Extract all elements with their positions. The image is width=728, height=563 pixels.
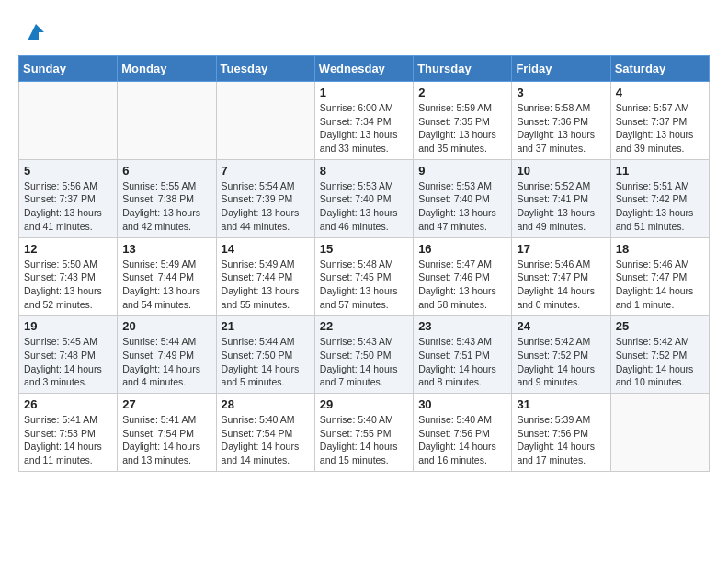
calendar-cell: 6Sunrise: 5:55 AM Sunset: 7:38 PM Daylig… bbox=[118, 159, 216, 237]
day-number: 16 bbox=[418, 242, 506, 256]
calendar-cell: 1Sunrise: 6:00 AM Sunset: 7:34 PM Daylig… bbox=[314, 82, 413, 160]
calendar-cell: 20Sunrise: 5:44 AM Sunset: 7:49 PM Dayli… bbox=[118, 316, 216, 394]
day-number: 21 bbox=[222, 319, 310, 333]
day-number: 7 bbox=[222, 164, 310, 178]
weekday-header: Monday bbox=[118, 56, 216, 82]
calendar-week-row: 1Sunrise: 6:00 AM Sunset: 7:34 PM Daylig… bbox=[19, 82, 710, 160]
day-number: 13 bbox=[122, 242, 210, 256]
calendar-cell: 30Sunrise: 5:40 AM Sunset: 7:56 PM Dayli… bbox=[414, 394, 512, 472]
calendar-cell: 21Sunrise: 5:44 AM Sunset: 7:50 PM Dayli… bbox=[216, 316, 314, 394]
day-number: 24 bbox=[517, 319, 605, 333]
day-number: 18 bbox=[616, 242, 704, 256]
logo-icon bbox=[22, 18, 50, 46]
weekday-header: Sunday bbox=[19, 56, 118, 82]
calendar-cell: 24Sunrise: 5:42 AM Sunset: 7:52 PM Dayli… bbox=[512, 316, 610, 394]
day-number: 30 bbox=[418, 397, 506, 411]
day-number: 1 bbox=[320, 86, 408, 99]
day-number: 11 bbox=[616, 164, 704, 178]
day-number: 8 bbox=[320, 164, 408, 178]
day-info: Sunrise: 5:49 AM Sunset: 7:44 PM Dayligh… bbox=[122, 258, 210, 312]
day-number: 27 bbox=[122, 397, 210, 411]
svg-marker-0 bbox=[28, 24, 44, 40]
day-number: 26 bbox=[24, 397, 112, 411]
calendar-cell: 26Sunrise: 5:41 AM Sunset: 7:53 PM Dayli… bbox=[19, 394, 118, 472]
calendar-cell: 7Sunrise: 5:54 AM Sunset: 7:39 PM Daylig… bbox=[216, 159, 314, 237]
day-number: 29 bbox=[320, 397, 408, 411]
day-info: Sunrise: 5:45 AM Sunset: 7:48 PM Dayligh… bbox=[24, 335, 112, 389]
calendar: SundayMondayTuesdayWednesdayThursdayFrid… bbox=[18, 55, 710, 472]
calendar-cell: 18Sunrise: 5:46 AM Sunset: 7:47 PM Dayli… bbox=[610, 237, 709, 316]
day-number: 20 bbox=[122, 319, 210, 333]
day-number: 5 bbox=[24, 164, 112, 178]
day-info: Sunrise: 5:52 AM Sunset: 7:41 PM Dayligh… bbox=[517, 179, 605, 234]
day-number: 23 bbox=[418, 319, 506, 333]
weekday-header: Saturday bbox=[610, 56, 709, 82]
page-header bbox=[18, 18, 710, 46]
day-info: Sunrise: 5:53 AM Sunset: 7:40 PM Dayligh… bbox=[320, 179, 408, 234]
day-number: 17 bbox=[517, 242, 605, 256]
calendar-week-row: 5Sunrise: 5:56 AM Sunset: 7:37 PM Daylig… bbox=[19, 159, 710, 237]
calendar-cell: 11Sunrise: 5:51 AM Sunset: 7:42 PM Dayli… bbox=[610, 159, 709, 237]
day-info: Sunrise: 5:55 AM Sunset: 7:38 PM Dayligh… bbox=[122, 179, 210, 234]
day-info: Sunrise: 5:46 AM Sunset: 7:47 PM Dayligh… bbox=[517, 258, 605, 312]
calendar-cell bbox=[19, 82, 118, 160]
calendar-header-row: SundayMondayTuesdayWednesdayThursdayFrid… bbox=[19, 56, 710, 82]
calendar-cell: 3Sunrise: 5:58 AM Sunset: 7:36 PM Daylig… bbox=[512, 82, 610, 160]
day-info: Sunrise: 5:41 AM Sunset: 7:54 PM Dayligh… bbox=[122, 413, 210, 467]
day-info: Sunrise: 5:42 AM Sunset: 7:52 PM Dayligh… bbox=[517, 335, 605, 389]
calendar-cell: 8Sunrise: 5:53 AM Sunset: 7:40 PM Daylig… bbox=[314, 159, 413, 237]
day-info: Sunrise: 5:48 AM Sunset: 7:45 PM Dayligh… bbox=[320, 258, 408, 312]
calendar-cell: 10Sunrise: 5:52 AM Sunset: 7:41 PM Dayli… bbox=[512, 159, 610, 237]
day-info: Sunrise: 5:43 AM Sunset: 7:51 PM Dayligh… bbox=[418, 335, 506, 389]
calendar-cell: 19Sunrise: 5:45 AM Sunset: 7:48 PM Dayli… bbox=[19, 316, 118, 394]
day-info: Sunrise: 5:39 AM Sunset: 7:56 PM Dayligh… bbox=[517, 413, 605, 467]
calendar-cell: 17Sunrise: 5:46 AM Sunset: 7:47 PM Dayli… bbox=[512, 237, 610, 316]
calendar-week-row: 19Sunrise: 5:45 AM Sunset: 7:48 PM Dayli… bbox=[19, 316, 710, 394]
day-number: 15 bbox=[320, 242, 408, 256]
day-info: Sunrise: 5:40 AM Sunset: 7:54 PM Dayligh… bbox=[222, 413, 310, 467]
calendar-cell: 27Sunrise: 5:41 AM Sunset: 7:54 PM Dayli… bbox=[118, 394, 216, 472]
day-info: Sunrise: 5:43 AM Sunset: 7:50 PM Dayligh… bbox=[320, 335, 408, 389]
calendar-cell bbox=[610, 394, 709, 472]
calendar-cell bbox=[118, 82, 216, 160]
calendar-cell: 15Sunrise: 5:48 AM Sunset: 7:45 PM Dayli… bbox=[314, 237, 413, 316]
day-info: Sunrise: 5:59 AM Sunset: 7:35 PM Dayligh… bbox=[418, 101, 506, 155]
calendar-cell: 25Sunrise: 5:42 AM Sunset: 7:52 PM Dayli… bbox=[610, 316, 709, 394]
day-info: Sunrise: 5:50 AM Sunset: 7:43 PM Dayligh… bbox=[24, 258, 112, 312]
weekday-header: Thursday bbox=[414, 56, 512, 82]
calendar-cell: 9Sunrise: 5:53 AM Sunset: 7:40 PM Daylig… bbox=[414, 159, 512, 237]
calendar-cell: 13Sunrise: 5:49 AM Sunset: 7:44 PM Dayli… bbox=[118, 237, 216, 316]
day-info: Sunrise: 5:42 AM Sunset: 7:52 PM Dayligh… bbox=[616, 335, 704, 389]
weekday-header: Friday bbox=[512, 56, 610, 82]
day-number: 3 bbox=[517, 86, 605, 99]
day-info: Sunrise: 6:00 AM Sunset: 7:34 PM Dayligh… bbox=[320, 101, 408, 155]
calendar-cell: 29Sunrise: 5:40 AM Sunset: 7:55 PM Dayli… bbox=[314, 394, 413, 472]
day-number: 22 bbox=[320, 319, 408, 333]
day-number: 28 bbox=[222, 397, 310, 411]
day-number: 25 bbox=[616, 319, 704, 333]
day-info: Sunrise: 5:56 AM Sunset: 7:37 PM Dayligh… bbox=[24, 179, 112, 234]
day-info: Sunrise: 5:58 AM Sunset: 7:36 PM Dayligh… bbox=[517, 101, 605, 155]
day-info: Sunrise: 5:53 AM Sunset: 7:40 PM Dayligh… bbox=[418, 179, 506, 234]
calendar-cell: 2Sunrise: 5:59 AM Sunset: 7:35 PM Daylig… bbox=[414, 82, 512, 160]
calendar-cell: 16Sunrise: 5:47 AM Sunset: 7:46 PM Dayli… bbox=[414, 237, 512, 316]
calendar-cell bbox=[216, 82, 314, 160]
day-info: Sunrise: 5:51 AM Sunset: 7:42 PM Dayligh… bbox=[616, 179, 704, 234]
day-number: 9 bbox=[418, 164, 506, 178]
calendar-week-row: 26Sunrise: 5:41 AM Sunset: 7:53 PM Dayli… bbox=[19, 394, 710, 472]
day-number: 14 bbox=[222, 242, 310, 256]
calendar-week-row: 12Sunrise: 5:50 AM Sunset: 7:43 PM Dayli… bbox=[19, 237, 710, 316]
day-info: Sunrise: 5:40 AM Sunset: 7:55 PM Dayligh… bbox=[320, 413, 408, 467]
day-number: 4 bbox=[616, 86, 704, 99]
day-number: 12 bbox=[24, 242, 112, 256]
day-info: Sunrise: 5:57 AM Sunset: 7:37 PM Dayligh… bbox=[616, 101, 704, 155]
calendar-cell: 4Sunrise: 5:57 AM Sunset: 7:37 PM Daylig… bbox=[610, 82, 709, 160]
day-number: 19 bbox=[24, 319, 112, 333]
day-info: Sunrise: 5:44 AM Sunset: 7:50 PM Dayligh… bbox=[222, 335, 310, 389]
day-info: Sunrise: 5:46 AM Sunset: 7:47 PM Dayligh… bbox=[616, 258, 704, 312]
day-info: Sunrise: 5:40 AM Sunset: 7:56 PM Dayligh… bbox=[418, 413, 506, 467]
day-info: Sunrise: 5:47 AM Sunset: 7:46 PM Dayligh… bbox=[418, 258, 506, 312]
calendar-cell: 28Sunrise: 5:40 AM Sunset: 7:54 PM Dayli… bbox=[216, 394, 314, 472]
calendar-cell: 22Sunrise: 5:43 AM Sunset: 7:50 PM Dayli… bbox=[314, 316, 413, 394]
calendar-cell: 23Sunrise: 5:43 AM Sunset: 7:51 PM Dayli… bbox=[414, 316, 512, 394]
